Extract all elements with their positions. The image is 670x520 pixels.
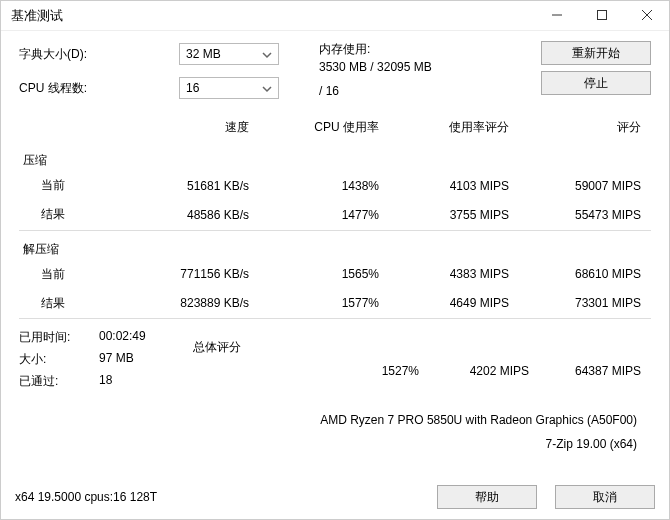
help-button[interactable]: 帮助 xyxy=(437,485,537,509)
threads-total: / 16 xyxy=(319,84,521,98)
close-button[interactable] xyxy=(624,1,669,31)
cpu-threads-label: CPU 线程数: xyxy=(19,80,179,97)
col-rating: 评分 xyxy=(519,115,651,142)
build-info: x64 19.5000 cpus:16 128T xyxy=(15,490,157,504)
compress-result-row: 结果 48586 KB/s 1477% 3755 MIPS 55473 MIPS xyxy=(19,200,651,229)
minimize-button[interactable] xyxy=(534,1,579,31)
chevron-down-icon xyxy=(262,49,272,63)
dictionary-size-select[interactable]: 32 MB xyxy=(179,43,279,65)
passes-label: 已通过: xyxy=(19,373,99,395)
window-title: 基准测试 xyxy=(11,7,63,25)
cpu-threads-select[interactable]: 16 xyxy=(179,77,279,99)
overall-table: 总体评分 1527% 4202 MIPS 64387 MIPS xyxy=(189,329,651,384)
maximize-icon xyxy=(597,8,607,23)
minimize-icon xyxy=(552,8,562,23)
section-compress: 压缩 xyxy=(19,142,651,171)
app-version-info: 7-Zip 19.00 (x64) xyxy=(19,437,651,451)
restart-button[interactable]: 重新开始 xyxy=(541,41,651,65)
decompress-result-row: 结果 823889 KB/s 1577% 4649 MIPS 73301 MIP… xyxy=(19,289,651,318)
table-header-row: 速度 CPU 使用率 使用率评分 评分 xyxy=(19,115,651,142)
svg-rect-1 xyxy=(597,11,606,20)
bottom-info: 已用时间: 00:02:49 大小: 97 MB 已通过: 18 总体评分 xyxy=(19,329,651,395)
col-usage-rating: 使用率评分 xyxy=(389,115,519,142)
top-controls: 字典大小(D): 32 MB CPU 线程数: 16 内存使用: 3530 M xyxy=(19,41,651,109)
elapsed-value: 00:02:49 xyxy=(99,329,146,351)
size-label: 大小: xyxy=(19,351,99,373)
close-icon xyxy=(642,8,652,23)
compress-current-row: 当前 51681 KB/s 1438% 4103 MIPS 59007 MIPS xyxy=(19,171,651,200)
size-value: 97 MB xyxy=(99,351,134,373)
cpu-threads-value: 16 xyxy=(186,81,199,95)
maximize-button[interactable] xyxy=(579,1,624,31)
elapsed-label: 已用时间: xyxy=(19,329,99,351)
overall-rating-label: 总体评分 xyxy=(189,329,339,358)
benchmark-window: 基准测试 字典大小(D): 32 MB CPU 线程数: xyxy=(0,0,670,520)
footer: x64 19.5000 cpus:16 128T 帮助 取消 xyxy=(1,475,669,519)
decompress-current-row: 当前 771156 KB/s 1565% 4383 MIPS 68610 MIP… xyxy=(19,260,651,289)
memory-usage-value: 3530 MB / 32095 MB xyxy=(319,60,521,74)
section-decompress: 解压缩 xyxy=(19,230,651,260)
chevron-down-icon xyxy=(262,83,272,97)
cancel-button[interactable]: 取消 xyxy=(555,485,655,509)
passes-value: 18 xyxy=(99,373,112,395)
dictionary-size-label: 字典大小(D): xyxy=(19,46,179,63)
overall-row: 1527% 4202 MIPS 64387 MIPS xyxy=(189,358,651,384)
results-table: 速度 CPU 使用率 使用率评分 评分 压缩 当前 51681 KB/s 143… xyxy=(19,115,651,319)
cpu-info: AMD Ryzen 7 PRO 5850U with Radeon Graphi… xyxy=(19,413,651,427)
content-area: 字典大小(D): 32 MB CPU 线程数: 16 内存使用: 3530 M xyxy=(1,31,669,475)
memory-usage-label: 内存使用: xyxy=(319,41,521,58)
col-cpu-usage: CPU 使用率 xyxy=(259,115,389,142)
titlebar: 基准测试 xyxy=(1,1,669,31)
col-speed: 速度 xyxy=(129,115,259,142)
stop-button[interactable]: 停止 xyxy=(541,71,651,95)
dictionary-size-value: 32 MB xyxy=(186,47,221,61)
